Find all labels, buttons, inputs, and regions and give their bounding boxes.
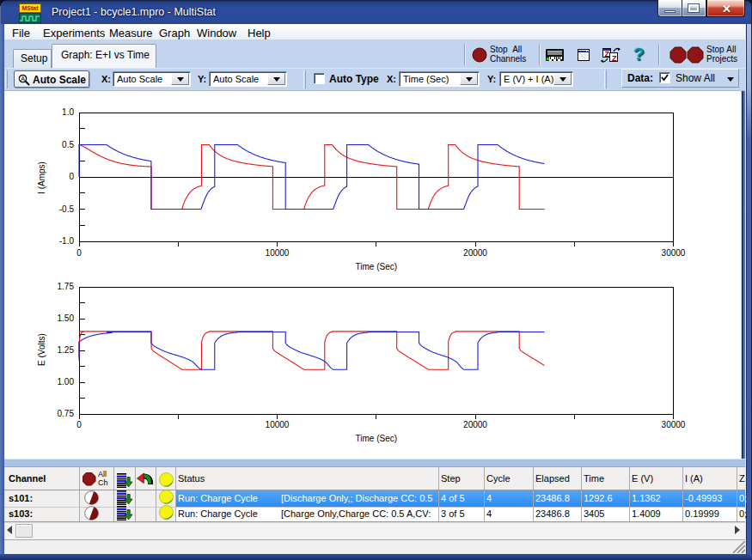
svg-text:A: A [21,76,25,82]
